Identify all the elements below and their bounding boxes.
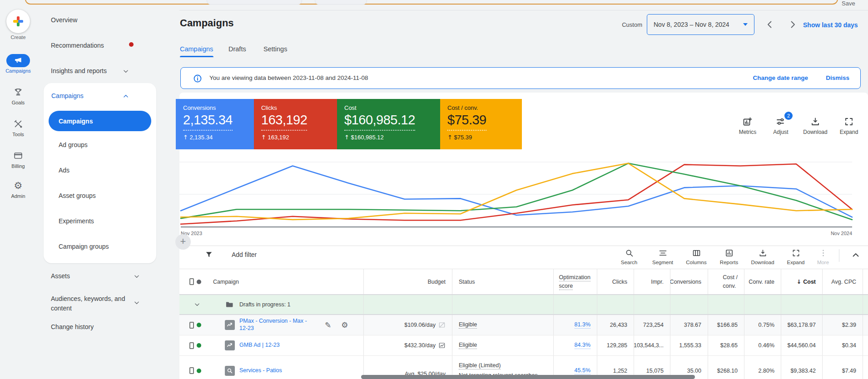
status-text[interactable]: Eligible (Limited) [459,362,501,369]
sidebar-item-assets[interactable]: Assets [51,272,70,280]
sidebar-item-insights[interactable]: Insights and reports [51,67,107,74]
settings-gear-icon[interactable]: ⚙ [341,320,348,330]
status-text[interactable]: Eligible [459,342,477,349]
folder-icon [225,300,234,309]
optimization-score-link[interactable]: 84.3% [575,342,590,349]
table-row[interactable]: PMax - Conversion - Max - 12-23✎⚙$109.06… [179,315,868,335]
search-icon [615,247,644,258]
date-range-type-label: Custom [604,21,642,28]
status-enabled-dot [197,323,201,327]
table-tool-segment[interactable]: Segment [648,247,677,265]
save-button[interactable]: Save [842,0,855,7]
budget-value[interactable]: $109.06/day [404,322,436,328]
info-icon [193,74,203,84]
chevron-up-icon[interactable] [122,92,130,100]
budget-value[interactable]: $432.30/day [404,342,436,349]
tab-campaigns[interactable]: Campaigns [180,45,213,53]
rail-item-admin[interactable]: ⚙Admin [0,179,36,199]
banner-text: You are viewing data between 2023-11-08 … [209,74,368,81]
sidebar-item-ad-groups[interactable]: Ad groups [59,141,88,148]
edit-pencil-icon[interactable]: ✎ [325,320,331,330]
expand-button[interactable]: Expand [836,116,862,135]
horizontal-scrollbar[interactable] [361,375,695,379]
table-tool-expand[interactable]: Expand [781,247,810,265]
previous-period-button[interactable] [764,19,776,31]
sidebar-item-recommendations[interactable]: Recommendations [51,42,104,49]
metrics-button[interactable]: Metrics [735,116,760,135]
rail-item-billing[interactable]: Billing [0,149,36,169]
sidebar-item-campaign-groups[interactable]: Campaign groups [59,243,109,250]
table-tool-search[interactable]: Search [615,247,644,265]
column-header[interactable]: Status [459,279,475,285]
sidebar-item-ads[interactable]: Ads [59,167,69,174]
scorecard-clicks[interactable]: Clicks163,192↑ 163,192 [254,99,337,149]
rail-item-campaigns[interactable]: Campaigns [0,54,36,74]
filter-icon[interactable] [204,250,213,259]
change-date-range-link[interactable]: Change date range [753,74,808,81]
table-row[interactable]: GMB Ad | 12-23$432.30/dayEligible84.3%12… [179,335,868,356]
campaign-name-link[interactable]: Services - Patios [239,367,282,374]
dismiss-link[interactable]: Dismiss [826,74,849,81]
tab-drafts[interactable]: Drafts [228,45,246,53]
collapse-group-icon[interactable] [193,300,201,309]
column-header[interactable]: Campaign [213,279,239,285]
columns-icon [682,247,711,258]
sidebar-section-campaigns[interactable]: Campaigns [51,92,84,99]
table-tool-columns[interactable]: Columns [682,247,711,265]
row-checkbox[interactable] [189,322,194,329]
sidebar-item-experiments[interactable]: Experiments [59,217,94,225]
active-tab-indicator [180,56,213,57]
column-header[interactable]: Optimizationscore [559,273,590,290]
status-text[interactable]: Eligible [459,321,477,329]
sidebar-item-audiences[interactable]: Audiences, keywords, andcontent [51,294,125,313]
sidebar-item-asset-groups[interactable]: Asset groups [59,192,96,199]
group-row-drafts: Drafts in progress: 1 [179,295,868,315]
select-all-checkbox[interactable] [189,278,194,285]
scorecard-cost-conv-[interactable]: Cost / conv.$75.39↑ $75.39 [440,99,522,149]
column-header[interactable]: ↓Cost [797,278,816,285]
budget-chart-disabled-icon[interactable] [438,321,446,329]
sidebar-item-change-history[interactable]: Change history [51,323,94,330]
rail-item-tools[interactable]: Tools [0,117,36,137]
create-button[interactable] [6,10,30,33]
browser-tab-ghost [315,0,367,5]
rail-item-goals[interactable]: Goals [0,85,36,105]
column-header[interactable]: Cost /conv. [723,273,738,290]
chevron-down-icon[interactable] [133,272,141,281]
metrics-icon [735,116,760,128]
optimization-score-link[interactable]: 45.5% [575,367,590,374]
chevron-down-icon[interactable] [133,299,141,307]
tab-settings[interactable]: Settings [263,45,287,53]
table-tool-download[interactable]: Download [748,247,777,265]
column-header[interactable]: Conv. rate [749,279,774,285]
adjust-button[interactable]: Adjust2 [768,116,794,135]
column-header[interactable]: Conversions [670,279,701,285]
collapse-table-button[interactable] [850,250,862,261]
scorecard-conversions[interactable]: Conversions2,135.34↑ 2,135.34 [176,99,254,149]
browser-tab-ghost [207,0,302,5]
campaign-name-link[interactable]: PMax - Conversion - Max - 12-23 [239,318,312,332]
left-rail: Create CampaignsGoalsToolsBilling⚙Admin [0,0,36,379]
row-checkbox[interactable] [189,342,194,349]
next-period-button[interactable] [787,19,799,31]
column-header[interactable]: Avg. CPC [831,279,856,285]
download-button[interactable]: Download [803,116,828,135]
sidebar-item-campaigns-selected[interactable]: Campaigns [49,111,151,131]
show-last-30-days-link[interactable]: Show last 30 days [803,21,858,29]
optimization-score-link[interactable]: 81.3% [575,321,590,329]
campaign-name-link[interactable]: GMB Ad | 12-23 [239,342,280,349]
column-header[interactable]: Budget [427,279,446,285]
pmax-icon [225,340,235,350]
date-range-picker[interactable]: Nov 8, 2023 – Nov 8, 2024 [647,14,754,35]
chevron-down-icon[interactable] [122,67,130,75]
row-checkbox[interactable] [189,367,194,374]
budget-chart-icon[interactable] [438,342,446,349]
scorecard-cost[interactable]: Cost$160,985.12↑ $160,985.12 [337,99,440,149]
sidebar-item-overview[interactable]: Overview [51,16,77,24]
column-header[interactable]: Clicks [612,279,627,285]
column-header[interactable]: Impr. [651,279,664,285]
status-enabled-dot [197,369,201,373]
table-tool-reports[interactable]: Reports [714,247,744,265]
add-filter-button[interactable]: Add filter [232,251,257,258]
chart-zoom-button[interactable]: + [175,234,191,250]
